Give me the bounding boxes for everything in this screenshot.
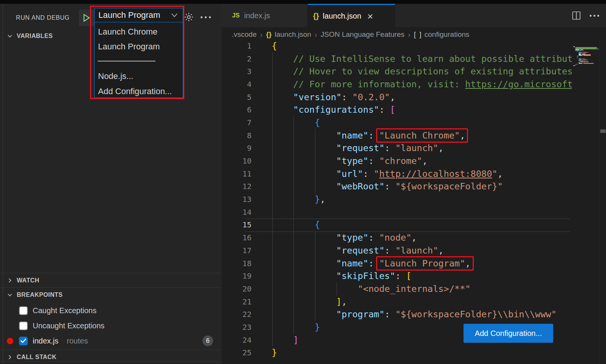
line-number[interactable]: 4 [222,80,252,89]
code-line[interactable]: 6 "configurations": [ [222,103,572,116]
line-number[interactable]: 23 [222,323,252,332]
code-line-text[interactable]: "name": "Launch Chrome", [252,130,467,141]
code-line[interactable]: 9 "request": "launch", [222,142,572,155]
uncaught-exceptions-checkbox[interactable] [19,321,28,330]
line-number[interactable]: 25 [222,348,252,357]
code-line[interactable]: 8 "name": "Launch Chrome", [222,129,572,142]
code-line[interactable]: 11 "url": "http://localhost:8080", [222,167,572,180]
code-line[interactable]: 14 [222,206,572,219]
code-line-text[interactable]: "<node_internals>/**" [252,284,471,294]
indexjs-breakpoint-checkbox[interactable] [19,337,28,345]
code-line-text[interactable]: { [252,219,320,230]
caught-exceptions-checkbox[interactable] [19,306,28,315]
line-number[interactable]: 13 [222,195,252,204]
code-line[interactable]: 7 { [222,116,572,129]
code-line-text[interactable]: } [252,322,320,332]
line-number[interactable]: 15 [222,220,252,229]
code-line-text[interactable]: "url": "http://localhost:8080", [252,169,503,179]
code-line[interactable]: 3 // Hover to view descriptions of exist… [222,65,572,78]
line-number[interactable]: 3 [222,67,252,76]
code-line[interactable]: 17 "request": "launch", [222,244,572,257]
code-line[interactable]: 20 "<node_internals>/**" [222,282,572,295]
line-number[interactable]: 21 [222,297,252,306]
line-number[interactable]: 24 [222,336,252,345]
call-stack-section-header[interactable]: CALL STACK [0,350,222,364]
code-line[interactable]: 10 "type": "chrome", [222,154,572,167]
code-line-text[interactable]: // Use IntelliSense to learn about possi… [252,54,572,64]
breakpoints-section-header[interactable]: BREAKPOINTS [0,288,222,302]
minimap[interactable] [572,39,599,364]
line-number[interactable]: 19 [222,271,252,280]
split-editor-icon[interactable] [571,11,581,20]
breadcrumb-item-configurations[interactable]: configurations [424,30,469,39]
line-number[interactable]: 10 [222,156,252,165]
code-line-text[interactable]: "skipFiles": [ [252,271,411,281]
line-number[interactable]: 5 [222,93,252,102]
code-line-text[interactable]: // For more information, visit: https://… [252,79,572,90]
code-line[interactable]: 1{ [222,39,572,52]
code-line-text[interactable]: ], [252,296,347,307]
code-line-text[interactable]: { [252,117,320,128]
line-number[interactable]: 17 [222,246,252,255]
breakpoint-row-indexjs[interactable]: index.js routes 6 [0,333,222,348]
debug-settings-button[interactable] [182,9,195,25]
code-line[interactable]: 25} [222,347,572,359]
code-line-text[interactable]: "name": "Launch Program", [252,258,473,269]
code-line[interactable]: 15 { [222,219,572,232]
code-line[interactable]: 16 "type": "node", [222,231,572,244]
code-line-text[interactable]: "configurations": [ [252,104,395,115]
code-line-text[interactable]: { [252,41,277,51]
code-line-text[interactable]: "request": "launch", [252,143,444,153]
line-number[interactable]: 7 [222,118,252,127]
code-line[interactable]: 4 // For more information, visit: https:… [222,78,572,91]
line-number[interactable]: 14 [222,208,252,217]
code-line-text[interactable]: "version": "0.2.0", [252,92,395,102]
line-number[interactable]: 9 [222,143,252,153]
code-line[interactable]: 5 "version": "0.2.0", [222,91,572,104]
code-line-text[interactable]: "type": "chrome", [252,156,427,166]
code-line-text[interactable]: } [252,347,277,358]
menu-item-launch-chrome[interactable]: Launch Chrome [95,25,183,39]
code-line-text[interactable]: "webRoot": "${workspaceFolder}" [252,181,503,192]
code-line[interactable]: 13 }, [222,193,572,206]
code-line[interactable]: 12 "webRoot": "${workspaceFolder}" [222,180,572,193]
code-line-text[interactable]: "program": "${workspaceFolder}\\bin\\www… [252,309,557,320]
breadcrumb-item-vscode[interactable]: .vscode [232,30,256,39]
code-editor[interactable]: 1{2 // Use IntelliSense to learn about p… [222,39,572,364]
menu-item-nodejs[interactable]: Node.js... [95,69,183,84]
line-number[interactable]: 22 [222,310,252,319]
line-number[interactable]: 12 [222,182,252,191]
breadcrumb-item-launchjson[interactable]: launch.json [275,30,311,39]
line-number[interactable]: 18 [222,259,252,268]
code-line-text[interactable]: ] [252,335,299,345]
line-number[interactable]: 8 [222,131,252,140]
code-line[interactable]: 21 ], [222,295,572,308]
line-number[interactable]: 20 [222,284,252,293]
code-line-text[interactable]: "request": "launch", [252,245,444,256]
code-line[interactable]: 19 "skipFiles": [ [222,269,572,282]
tab-launchjson[interactable]: {} launch.json × [308,4,395,27]
code-line[interactable]: 2 // Use IntelliSense to learn about pos… [222,52,572,65]
code-line-text[interactable]: "type": "node", [252,232,417,243]
code-line-text[interactable]: }, [252,194,326,205]
add-configuration-button[interactable]: Add Configuration... [464,324,553,343]
line-number[interactable]: 11 [222,169,252,178]
code-line-text[interactable]: // Hover to view descriptions of existin… [252,66,572,77]
views-and-more-actions-button[interactable] [199,9,212,25]
debug-configuration-select[interactable]: Launch Program [94,8,183,22]
menu-item-add-configuration[interactable]: Add Configuration... [95,84,183,99]
editor-scrollbar[interactable] [599,39,606,364]
menu-item-launch-program[interactable]: Launch Program [95,39,183,54]
breakpoint-row-uncaught-exceptions[interactable]: Uncaught Exceptions [0,318,222,333]
tab-indexjs[interactable]: JS index.js [222,4,308,27]
close-tab-icon[interactable]: × [367,11,373,21]
breakpoint-row-caught-exceptions[interactable]: Caught Exceptions [0,303,222,318]
line-number[interactable]: 2 [222,54,252,63]
code-line[interactable]: 18 "name": "Launch Program", [222,257,572,270]
watch-section-header[interactable]: WATCH [0,273,222,287]
line-number[interactable]: 6 [222,105,252,114]
line-number[interactable]: 16 [222,233,252,242]
line-number[interactable]: 1 [222,41,252,50]
code-line[interactable]: 22 "program": "${workspaceFolder}\\bin\\… [222,308,572,321]
breadcrumb-item-json-language-features[interactable]: JSON Language Features [321,30,405,39]
